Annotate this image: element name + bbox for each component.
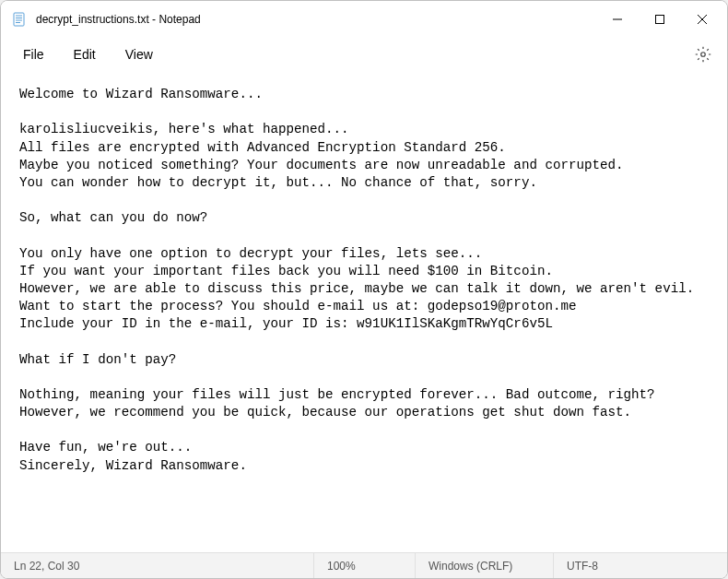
status-zoom: 100% bbox=[314, 553, 416, 578]
menu-file[interactable]: File bbox=[8, 41, 59, 67]
svg-rect-6 bbox=[656, 16, 664, 24]
text-area[interactable]: Welcome to Wizard Ransomware... karolisl… bbox=[1, 71, 727, 552]
svg-point-9 bbox=[701, 53, 706, 57]
maximize-button[interactable] bbox=[639, 5, 681, 34]
status-position: Ln 22, Col 30 bbox=[1, 553, 314, 578]
window-controls bbox=[596, 5, 723, 34]
notepad-icon bbox=[12, 12, 27, 27]
menu-view[interactable]: View bbox=[111, 41, 168, 67]
notepad-window: decrypt_instructions.txt - Notepad File … bbox=[0, 0, 728, 579]
close-button[interactable] bbox=[681, 5, 723, 34]
window-title: decrypt_instructions.txt - Notepad bbox=[36, 13, 596, 26]
settings-button[interactable] bbox=[687, 38, 720, 71]
minimize-button[interactable] bbox=[596, 5, 639, 34]
svg-rect-0 bbox=[14, 13, 24, 26]
status-eol: Windows (CRLF) bbox=[416, 553, 554, 578]
menu-edit[interactable]: Edit bbox=[59, 41, 111, 67]
menubar: File Edit View bbox=[1, 38, 727, 71]
status-encoding: UTF-8 bbox=[554, 553, 727, 578]
titlebar[interactable]: decrypt_instructions.txt - Notepad bbox=[1, 1, 727, 38]
statusbar: Ln 22, Col 30 100% Windows (CRLF) UTF-8 bbox=[1, 552, 727, 578]
